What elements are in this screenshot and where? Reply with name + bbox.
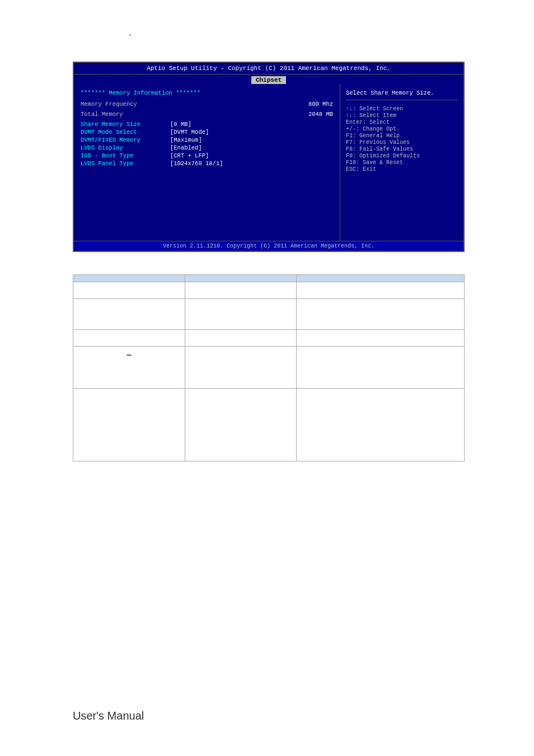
table-row [73,299,465,330]
bios-key-enter: Enter: Select [346,119,458,125]
table-row [73,389,465,461]
bios-lvds-display-row[interactable]: LVDS Display [Enabled] [81,144,333,151]
bios-dvmt-fixed-row[interactable]: DVMT/FIXED Memory [Maximum] [81,137,333,143]
bios-key-f1: F1: General Help [346,133,458,139]
bios-tab-bar: Chipset [74,74,463,84]
bios-key-f9: F9: Optimized Defaults [346,153,458,159]
bios-title: Aptio Setup Utility - Copyright (C) 2011… [147,65,391,72]
bios-total-memory-value: 2048 MB [308,111,333,118]
table-section: – [73,274,465,461]
table-cell [73,330,185,347]
bios-dvmt-mode-label: DVMT Mode Select [81,129,170,136]
table-cell [73,299,185,330]
page-wrapper: ʼ Aptio Setup Utility - Copyright (C) 20… [0,0,534,756]
bios-lvds-panel-value: [1024x768 18/1] [170,160,223,167]
bios-footer: Version 2.11.1210. Copyright (C) 2011 Am… [74,241,463,251]
table-cell [297,299,465,330]
users-manual-label: User's Manual [73,710,144,722]
table-cell-dash: – [73,347,185,389]
bios-title-bar: Aptio Setup Utility - Copyright (C) 2011… [74,63,463,74]
bios-share-mem-row[interactable]: Share Memory Size [0 MB] [81,121,333,128]
bios-dvmt-mode-row[interactable]: DVMT Mode Select [DVMT Mode] [81,129,333,136]
bios-container: Aptio Setup Utility - Copyright (C) 2011… [73,62,465,252]
bios-active-tab[interactable]: Chipset [251,76,286,84]
bios-section-title: ******* Memory Information ******* [81,90,333,96]
bios-memory-freq-label: Memory Frequency [81,101,137,108]
bios-body: ******* Memory Information ******* Memor… [74,84,463,241]
bios-share-mem-value: [0 MB] [170,121,191,128]
bios-memory-freq-row: Memory Frequency 800 Mhz [81,101,333,108]
bios-igd-boot-value: [CRT + LFP] [170,152,209,159]
data-table: – [73,274,465,461]
table-row [73,330,465,347]
bios-total-memory-row: Total Memory 2048 MB [81,111,333,118]
bios-key-f7: F7: Previous Values [346,139,458,146]
table-header-row [73,275,465,282]
bios-dvmt-fixed-value: [Maximum] [170,137,202,143]
bios-lvds-panel-row[interactable]: LVDS Panel Type [1024x768 18/1] [81,160,333,167]
table-cell [185,330,297,347]
table-cell [73,282,185,299]
table-row [73,282,465,299]
bios-help-text: Select Share Memory Size. [346,90,458,96]
bios-lvds-panel-label: LVDS Panel Type [81,160,170,167]
table-cell [297,389,465,461]
table-cell [185,389,297,461]
bios-share-mem-label: Share Memory Size [81,121,170,128]
bios-right-panel: Select Share Memory Size. ↑↓: Select Scr… [340,84,463,241]
table-cell [297,330,465,347]
bios-key-select-screen: ↑↓: Select Screen [346,106,458,112]
bios-key-select-item: ↑↓: Select Item [346,113,458,119]
bios-igd-boot-label: IGD - Boot Type [81,152,170,159]
table-cell [185,347,297,389]
table-row: – [73,347,465,389]
bios-key-change-opt: +/-: Change Opt. [346,126,458,132]
bios-lvds-display-label: LVDS Display [81,144,170,151]
bios-memory-freq-value: 800 Mhz [308,101,333,108]
top-mark: ʼ [129,32,131,41]
table-cell [297,347,465,389]
table-cell [297,282,465,299]
bios-key-f10: F10: Save & Reset [346,160,458,166]
table-header-col3 [297,275,465,282]
table-cell [185,299,297,330]
bios-key-esc: ESC: Exit [346,166,458,172]
table-header-col2 [185,275,297,282]
bios-key-f8: F8: Fail-Safe Values [346,146,458,152]
table-cell [185,282,297,299]
bios-igd-boot-row[interactable]: IGD - Boot Type [CRT + LFP] [81,152,333,159]
bios-dvmt-fixed-label: DVMT/FIXED Memory [81,137,170,143]
bios-left-panel: ******* Memory Information ******* Memor… [74,84,340,241]
bios-lvds-display-value: [Enabled] [170,144,202,151]
bios-dvmt-mode-value: [DVMT Mode] [170,129,209,136]
bios-keys-section: ↑↓: Select Screen ↑↓: Select Item Enter:… [346,106,458,172]
table-header-col1 [73,275,185,282]
table-cell [73,389,185,461]
bios-total-memory-label: Total Memory [81,111,123,118]
